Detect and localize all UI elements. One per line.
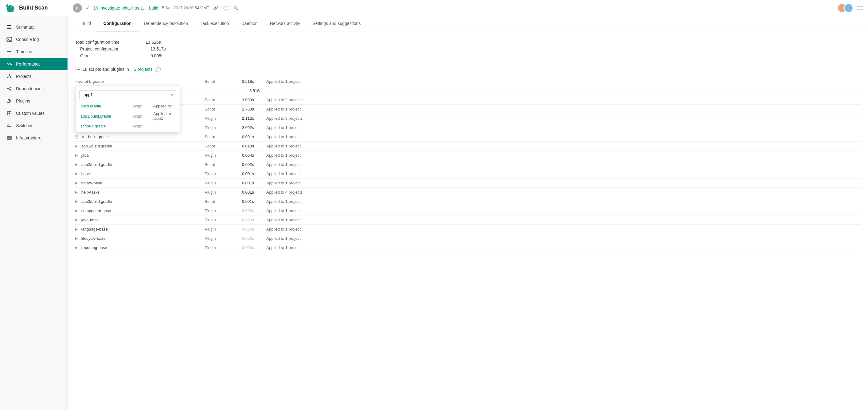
svg-rect-5 [7, 27, 11, 27]
svg-point-2 [11, 9, 13, 12]
row-name: ▶ component-base [75, 208, 205, 213]
svg-point-11 [10, 51, 11, 52]
sidebar-item-timeline[interactable]: Timeline [0, 45, 67, 58]
table-row: ▶ java-base Plugin 0.000s Applied to 1 p… [75, 215, 861, 225]
project-config-label: Project configuration [80, 46, 148, 52]
row-name: ▶ reporting-base [75, 245, 205, 250]
tab-network-activity[interactable]: Network activity [264, 16, 306, 31]
count-label: 18 scripts and plugins in [83, 67, 129, 72]
dropdown-close-button[interactable]: ✕ [170, 93, 174, 98]
dropdown-input-row: ✕ [75, 88, 180, 102]
popup-row-3: script-b.gradle Script [75, 122, 180, 130]
svg-point-30 [10, 137, 11, 137]
sidebar-item-dependencies[interactable]: Dependencies [0, 82, 67, 95]
tab-daemon[interactable]: Daemon [235, 16, 264, 31]
expand-arrow[interactable]: ▶ [75, 153, 78, 157]
table-row: ▶ base Plugin 0.001s Applied to 1 projec… [75, 169, 861, 178]
dropdown-filter-input[interactable] [79, 90, 176, 99]
project-config-row: Project configuration 13.517s [75, 45, 861, 52]
plugins-icon [6, 98, 12, 104]
popup-item-type: Script [132, 124, 151, 128]
expand-arrow[interactable]: ▶ [75, 172, 78, 176]
help-icon[interactable]: ? [155, 67, 161, 72]
sidebar-label-switches: Switches [16, 123, 33, 128]
other-config-row: Other 0.009s [75, 52, 861, 59]
deps-icon [6, 86, 12, 92]
popup-row-1: build.gradle Script Applied to : [75, 102, 180, 110]
sidebar-label-infrastructure: Infrastructure [16, 135, 41, 140]
total-config-row: Total configuration time 13.526s [75, 39, 861, 45]
wave-icon [6, 61, 12, 67]
sidebar-label-custom-values: Custom values [16, 111, 45, 116]
svg-point-10 [9, 51, 10, 52]
tab-bar: Build Configuration Dependency resolutio… [68, 16, 868, 31]
popup-item-applied: Applied to :app1 [153, 111, 175, 121]
expand-arrow[interactable]: ▶ [75, 163, 78, 167]
elephant-icon [5, 2, 16, 13]
expand-arrow[interactable]: ▶ [75, 144, 78, 148]
tab-build[interactable]: Build [75, 16, 97, 31]
svg-rect-4 [7, 25, 11, 26]
expand-arrow[interactable]: ▾ [75, 79, 77, 83]
svg-rect-36 [77, 69, 80, 70]
sidebar-item-switches[interactable]: Switches [0, 119, 67, 132]
popup-row-2: app1/build.gradle Script Applied to :app… [75, 110, 180, 122]
sidebar-item-infrastructure[interactable]: Infrastructure [0, 132, 67, 144]
sidebar-item-console-log[interactable]: Console log [0, 33, 67, 45]
row-name: ▶ java [75, 153, 205, 158]
search-icon[interactable]: 🔍 [233, 5, 239, 10]
tab-dependency-resolution[interactable]: Dependency resolution [138, 16, 194, 31]
header-icons: 🔗 🕐 🔍 [213, 5, 239, 10]
row-name: ▶ help-tasks [75, 190, 205, 195]
svg-point-3 [11, 6, 13, 7]
history-icon[interactable]: 🕐 [223, 5, 228, 10]
svg-line-15 [8, 75, 9, 77]
table-row: 3.518s [75, 86, 861, 95]
tab-settings-suggestions[interactable]: Settings and suggestions [306, 16, 367, 31]
svg-point-1 [7, 9, 9, 12]
projects-count-link[interactable]: 5 projects [134, 67, 153, 72]
expand-arrow[interactable]: ▶ [82, 135, 85, 139]
sidebar-item-plugins[interactable]: Plugins [0, 95, 67, 107]
svg-point-13 [7, 77, 8, 78]
sidebar-item-custom-values[interactable]: Custom values [0, 107, 67, 119]
row-name: ▶ lifecycle-base [75, 236, 205, 241]
dropdown-popup: ✕ build.gradle Script Applied to : app1/… [75, 86, 180, 133]
svg-point-9 [7, 51, 9, 52]
svg-line-16 [9, 75, 11, 77]
popup-item-applied: Applied to : [153, 104, 173, 108]
expand-arrow[interactable]: ▶ [75, 227, 78, 231]
row-name: ▶ language-base [75, 227, 205, 232]
svg-point-19 [10, 89, 11, 91]
table-row: ⛓ ▶ build.gradle Script 0.091s Applied t… [75, 132, 861, 142]
header-center: g ✓ 19-investigate-what-has-t... build 5… [73, 3, 837, 12]
tab-task-execution[interactable]: Task execution [194, 16, 235, 31]
expand-arrow[interactable]: ▶ [75, 218, 78, 222]
popup-item-type: Script [132, 114, 151, 118]
expand-arrow[interactable]: ▶ [75, 209, 78, 213]
other-config-label: Other [80, 53, 148, 58]
sidebar-label-summary: Summary [16, 25, 34, 30]
tab-configuration[interactable]: Configuration [97, 16, 138, 31]
hierarchy-icon [6, 73, 12, 79]
link-icon[interactable]: 🔗 [213, 5, 218, 10]
sidebar-item-performance[interactable]: Performance [0, 58, 67, 70]
expand-arrow[interactable]: ▶ [75, 200, 78, 203]
table-row: ▶ lib/build.gradle Script 2.733s Applied… [75, 105, 861, 114]
row-name: ▶ binary-base [75, 181, 205, 185]
sidebar-item-summary[interactable]: Summary [0, 21, 67, 33]
svg-point-12 [9, 74, 10, 75]
expand-arrow[interactable]: ▶ [75, 246, 78, 250]
project-config-value: 13.517s [150, 46, 166, 52]
menu-button[interactable] [857, 6, 863, 10]
other-config-value: 0.009s [150, 53, 163, 58]
expand-arrow[interactable]: ▶ [75, 236, 78, 240]
sidebar-item-projects[interactable]: Projects [0, 70, 67, 82]
expand-arrow[interactable]: ▶ [75, 181, 78, 185]
table-row: ▶ reporting-base Plugin 0.000s Applied t… [75, 243, 861, 252]
popup-item-name: build.gradle [81, 104, 130, 108]
script-name: script-b.gradle [78, 79, 103, 84]
expand-arrow[interactable]: ▶ [75, 190, 78, 194]
build-name-link[interactable]: 19-investigate-what-has-t... [93, 5, 146, 10]
sidebar-label-timeline: Timeline [16, 49, 32, 54]
